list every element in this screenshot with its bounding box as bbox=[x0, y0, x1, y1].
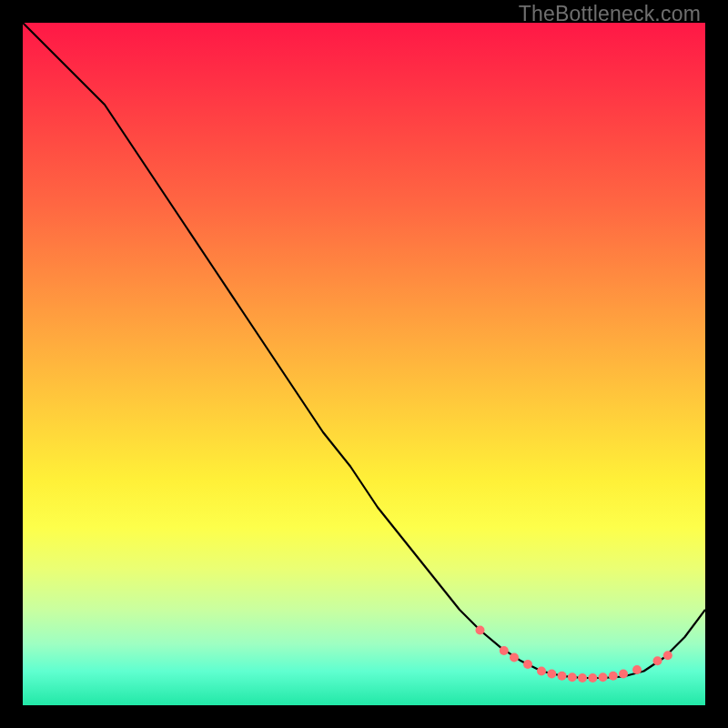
chart-stage: TheBottleneck.com bbox=[0, 0, 728, 728]
data-marker bbox=[568, 672, 577, 682]
data-marker bbox=[578, 673, 587, 682]
data-marker bbox=[510, 653, 519, 662]
data-marker bbox=[653, 656, 662, 665]
data-marker bbox=[537, 667, 546, 676]
curve-layer bbox=[23, 23, 705, 705]
data-marker bbox=[599, 672, 608, 682]
data-marker bbox=[609, 672, 618, 681]
data-marker bbox=[558, 672, 567, 681]
data-marker bbox=[632, 665, 642, 674]
data-marker bbox=[588, 673, 597, 682]
data-marker bbox=[523, 660, 532, 669]
plot-area bbox=[23, 23, 705, 705]
data-marker bbox=[619, 670, 628, 679]
data-marker bbox=[547, 670, 556, 679]
data-marker bbox=[500, 646, 509, 655]
data-marker bbox=[663, 651, 672, 660]
data-marker bbox=[476, 626, 485, 635]
bottleneck-curve bbox=[23, 23, 705, 678]
